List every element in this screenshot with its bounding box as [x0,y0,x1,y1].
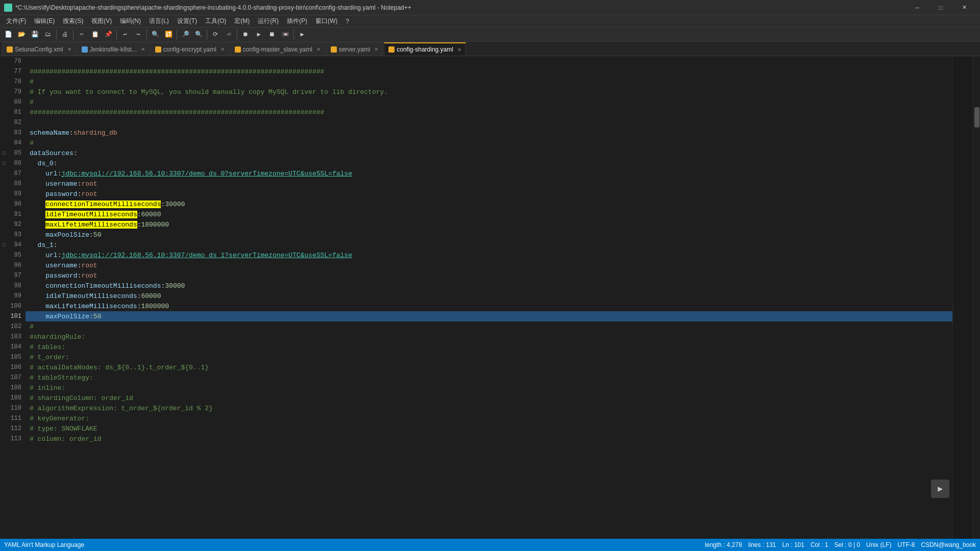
code-line-86[interactable]: ds_0: [26,158,952,168]
code-line-100[interactable]: maxLifetimeMilliseconds: 1800000 [26,301,952,311]
toolbar-macro-stop[interactable]: ⏹ [266,29,278,40]
code-line-82[interactable] [26,117,952,128]
toolbar-open[interactable]: 📂 [15,29,28,40]
code-line-97[interactable]: password: root [26,270,952,281]
code-line-76[interactable] [26,56,952,66]
menu-window[interactable]: 窗口(W) [311,15,341,28]
code-line-88[interactable]: username: root [26,179,952,189]
code-line-94[interactable]: ds_1: [26,240,952,250]
code-line-87[interactable]: url: jdbc:mysql://192.168.56.10:3307/dem… [26,168,952,179]
tab-close-config-master-slave[interactable]: ✕ [316,46,321,52]
close-button[interactable]: ✕ [952,0,976,15]
tab-close-jenkinsfile[interactable]: ✕ [141,46,145,52]
menu-view[interactable]: 视图(V) [87,15,116,28]
toolbar-cut[interactable]: ✂ [76,29,88,40]
toolbar-macro-rec[interactable]: ⏺ [239,29,252,40]
code-line-93[interactable]: maxPoolSize: 50 [26,230,952,240]
tab-setunaconfig[interactable]: SetunaConfig.xml ✕ [2,42,76,56]
toolbar-macro-save[interactable]: 📼 [279,29,291,40]
code-line-108[interactable]: # inline: [26,383,952,393]
code-line-81[interactable]: ########################################… [26,107,952,117]
code-line-79[interactable]: # If you want to connect to MySQL, you s… [26,87,952,97]
tab-config-master-slave[interactable]: config-master_slave.yaml ✕ [230,42,325,56]
code-line-103[interactable]: #shardingRule: [26,332,952,342]
toolbar-saveall[interactable]: 🗂 [42,29,54,40]
code-line-113[interactable]: # column: order_id [26,434,952,444]
code-line-83[interactable]: schemaName: sharding_db [26,128,952,138]
menu-run[interactable]: 运行(R) [254,15,283,28]
menu-search[interactable]: 搜索(S) [59,15,87,28]
line-number-112: 112 [0,423,26,434]
menu-file[interactable]: 文件(F) [2,15,30,28]
minimize-button[interactable]: ─ [905,0,929,15]
code-line-105[interactable]: # t_order: [26,352,952,362]
code-line-84[interactable]: # [26,138,952,148]
menu-tools[interactable]: 工具(O) [201,15,230,28]
tab-close-config-encrypt[interactable]: ✕ [220,46,225,52]
fold-button-94[interactable]: □ [1,242,7,248]
tab-jenkinsfile[interactable]: Jenkinsfile-k8st... ✕ [77,42,150,56]
code-line-104[interactable]: # tables: [26,342,952,352]
tab-config-sharding[interactable]: config-sharding.yaml ✕ [384,42,466,56]
code-line-85[interactable]: dataSources: [26,148,952,158]
menu-help[interactable]: ? [341,15,353,28]
toolbar-find[interactable]: 🔍 [149,29,161,40]
tab-server[interactable]: server.yaml ✕ [326,42,383,56]
toolbar-macro-play[interactable]: ▶ [253,29,265,40]
menu-edit[interactable]: 编辑(E) [30,15,59,28]
maximize-button[interactable]: □ [929,0,952,15]
menu-macro[interactable]: 宏(M) [230,15,254,28]
menu-language[interactable]: 语言(L) [145,15,173,28]
code-line-102[interactable]: # [26,321,952,332]
code-line-107[interactable]: # tableStrategy: [26,372,952,383]
fold-button-86[interactable]: □ [1,160,7,166]
code-line-101[interactable]: maxPoolSize: 50 [26,311,952,321]
toolbar-save[interactable]: 💾 [29,29,41,40]
code-line-98[interactable]: connectionTimeoutMilliseconds: 30000 [26,281,952,291]
minimap[interactable] [952,56,973,539]
menu-encoding[interactable]: 编码(N) [116,15,145,28]
code-line-95[interactable]: url: jdbc:mysql://192.168.56.10:3307/dem… [26,250,952,260]
toolbar-redo[interactable]: ↪ [132,29,144,40]
code-line-78[interactable]: # [26,77,952,87]
toolbar-print[interactable]: 🖨 [59,29,71,40]
code-line-91[interactable]: idleTimeoutMilliseconds: 60000 [26,209,952,219]
play-overlay-button[interactable]: ▶ [931,480,949,498]
line-number-80: 80 [0,97,26,107]
toolbar-wrap[interactable]: ⏎ [223,29,235,40]
code-line-106[interactable]: # actualDataNodes: ds_${0..1}.t_order_${… [26,362,952,372]
code-line-80[interactable]: # [26,97,952,107]
menu-plugins[interactable]: 插件(P) [283,15,311,28]
code-line-112[interactable]: # type: SNOWFLAKE [26,423,952,434]
toolbar-replace[interactable]: 🔁 [162,29,175,40]
fold-button-85[interactable]: □ [1,150,7,156]
toolbar-new[interactable]: 📄 [2,29,14,40]
vertical-scrollbar[interactable] [973,56,980,539]
code-line-77[interactable]: ########################################… [26,66,952,77]
toolbar-zoom-in[interactable]: 🔎 [179,29,191,40]
tab-config-encrypt[interactable]: config-encrypt.yaml ✕ [151,42,229,56]
toolbar-zoom-out[interactable]: 🔍 [192,29,205,40]
line-number-93: 93 [0,230,26,240]
code-line-110[interactable]: # algorithmExpression: t_order_${order_i… [26,403,952,413]
scrollbar-thumb[interactable] [974,107,979,128]
code-line-92[interactable]: maxLifetimeMilliseconds: 1800000 [26,219,952,230]
toolbar-undo[interactable]: ↩ [119,29,131,40]
tab-close-setunaconfig[interactable]: ✕ [67,46,71,52]
menu-settings[interactable]: 设置(T) [173,15,201,28]
toolbar-paste[interactable]: 📌 [102,29,114,40]
tab-icon-jenkinsfile [82,46,88,53]
code-line-109[interactable]: # shardingColumn: order_id [26,393,952,403]
code-area[interactable]: ########################################… [26,56,952,539]
toolbar-run-btn[interactable]: ▶ [296,29,308,40]
toolbar-copy[interactable]: 📋 [89,29,101,40]
toolbar-sync[interactable]: ⟳ [209,29,222,40]
line-number-97: 97 [0,270,26,281]
tab-close-config-sharding[interactable]: ✕ [457,47,461,53]
tab-close-server[interactable]: ✕ [374,46,378,52]
code-line-96[interactable]: username: root [26,260,952,270]
code-line-99[interactable]: idleTimeoutMilliseconds: 60000 [26,291,952,301]
code-line-90[interactable]: connectionTimeoutMilliseconds: 30000 [26,199,952,209]
code-line-111[interactable]: # keyGenerator: [26,413,952,423]
code-line-89[interactable]: password: root [26,189,952,199]
